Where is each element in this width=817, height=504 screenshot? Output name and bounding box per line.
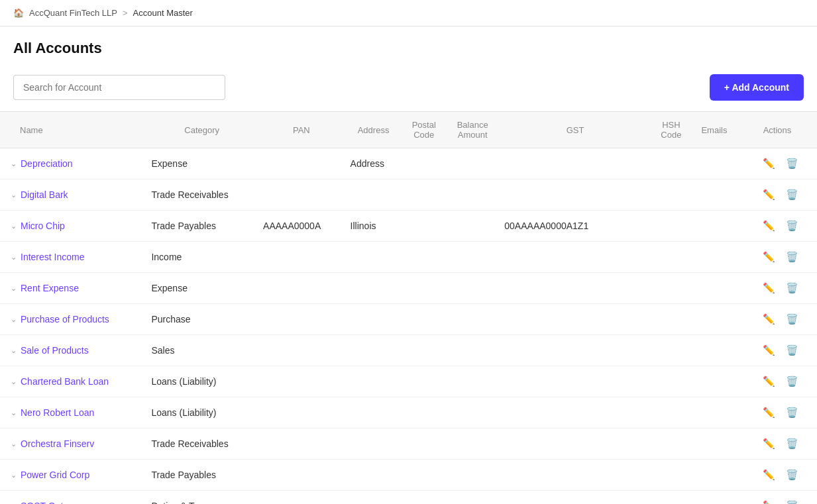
row-gst-5 <box>499 304 651 335</box>
breadcrumb-home[interactable]: AccQuant FinTech LLP <box>29 8 117 18</box>
account-name-link-0[interactable]: Depreciation <box>21 158 73 169</box>
table-row: ⌄ Purchase of Products Purchase ✏️ 🗑️ <box>0 304 817 335</box>
search-input[interactable] <box>13 75 225 100</box>
row-emails-8 <box>691 397 737 428</box>
col-header-gst: GST <box>499 112 651 148</box>
delete-button-8[interactable]: 🗑️ <box>783 405 801 420</box>
edit-button-5[interactable]: ✏️ <box>760 312 778 327</box>
table-row: ⌄ Power Grid Corp Trade Payables ✏️ 🗑️ <box>0 460 817 491</box>
breadcrumb-current: Account Master <box>133 8 193 18</box>
account-name-link-11[interactable]: SGST Out <box>21 501 63 504</box>
account-name-link-6[interactable]: Sale of Products <box>21 345 89 356</box>
edit-button-9[interactable]: ✏️ <box>760 436 778 451</box>
row-chevron-10[interactable]: ⌄ <box>11 471 17 479</box>
add-account-button[interactable]: + Add Account <box>710 74 804 101</box>
row-address-8 <box>345 397 402 428</box>
account-name-link-3[interactable]: Interest Income <box>21 252 85 262</box>
row-balance-amount-0 <box>446 148 499 179</box>
edit-button-10[interactable]: ✏️ <box>760 468 778 482</box>
row-address-6 <box>345 335 402 366</box>
edit-button-7[interactable]: ✏️ <box>760 374 778 389</box>
toolbar: + Add Account <box>0 74 817 111</box>
account-name-link-10[interactable]: Power Grid Corp <box>21 470 89 480</box>
row-pan-2: AAAAA0000A <box>258 211 345 242</box>
row-balance-amount-7 <box>446 366 499 397</box>
row-address-10 <box>345 460 402 491</box>
row-category-11: Duties & Taxes <box>146 491 258 505</box>
delete-button-9[interactable]: 🗑️ <box>783 436 801 451</box>
edit-button-1[interactable]: ✏️ <box>760 187 778 202</box>
account-name-link-9[interactable]: Orchestra Finserv <box>21 438 94 449</box>
edit-button-0[interactable]: ✏️ <box>760 156 778 171</box>
delete-button-3[interactable]: 🗑️ <box>783 250 801 264</box>
row-chevron-2[interactable]: ⌄ <box>11 222 17 230</box>
account-name-link-2[interactable]: Micro Chip <box>21 221 65 231</box>
row-pan-11 <box>258 491 345 505</box>
delete-button-2[interactable]: 🗑️ <box>783 219 801 233</box>
account-name-link-4[interactable]: Rent Expense <box>21 283 79 293</box>
row-postal-code-1 <box>402 179 446 211</box>
row-pan-6 <box>258 335 345 366</box>
row-balance-amount-5 <box>446 304 499 335</box>
row-emails-5 <box>691 304 737 335</box>
account-name-link-5[interactable]: Purchase of Products <box>21 314 109 325</box>
delete-button-5[interactable]: 🗑️ <box>783 312 801 327</box>
edit-button-2[interactable]: ✏️ <box>760 219 778 233</box>
row-chevron-0[interactable]: ⌄ <box>11 160 17 168</box>
row-pan-3 <box>258 242 345 273</box>
table-row: ⌄ SGST Out Duties & Taxes ✏️ 🗑️ <box>0 491 817 505</box>
row-chevron-7[interactable]: ⌄ <box>11 378 17 386</box>
row-gst-8 <box>499 397 651 428</box>
row-gst-11 <box>499 491 651 505</box>
delete-button-10[interactable]: 🗑️ <box>783 468 801 482</box>
row-chevron-9[interactable]: ⌄ <box>11 440 17 448</box>
row-gst-0 <box>499 148 651 179</box>
row-chevron-5[interactable]: ⌄ <box>11 315 17 324</box>
account-name-link-1[interactable]: Digital Bark <box>21 189 68 200</box>
edit-button-3[interactable]: ✏️ <box>760 250 778 264</box>
row-pan-8 <box>258 397 345 428</box>
row-hsh-code-7 <box>651 366 691 397</box>
row-pan-0 <box>258 148 345 179</box>
col-header-name: Name <box>0 112 146 148</box>
row-chevron-1[interactable]: ⌄ <box>11 191 17 199</box>
row-category-6: Sales <box>146 335 258 366</box>
row-hsh-code-10 <box>651 460 691 491</box>
delete-button-11[interactable]: 🗑️ <box>783 499 801 504</box>
row-chevron-11[interactable]: ⌄ <box>11 502 17 505</box>
row-gst-7 <box>499 366 651 397</box>
delete-button-0[interactable]: 🗑️ <box>783 156 801 171</box>
delete-button-7[interactable]: 🗑️ <box>783 374 801 389</box>
col-header-emails: Emails <box>691 112 737 148</box>
account-name-link-8[interactable]: Nero Robert Loan <box>21 407 94 418</box>
row-address-0: Address <box>345 148 402 179</box>
row-hsh-code-0 <box>651 148 691 179</box>
col-header-hsh-code: HSHCode <box>651 112 691 148</box>
row-emails-11 <box>691 491 737 505</box>
row-chevron-6[interactable]: ⌄ <box>11 346 17 355</box>
table-row: ⌄ Orchestra Finserv Trade Receivables ✏️… <box>0 428 817 460</box>
table-body: ⌄ Depreciation Expense Address ✏️ 🗑️ ⌄ D… <box>0 148 817 505</box>
edit-button-11[interactable]: ✏️ <box>760 499 778 504</box>
edit-button-6[interactable]: ✏️ <box>760 343 778 358</box>
row-postal-code-8 <box>402 397 446 428</box>
account-name-link-7[interactable]: Chartered Bank Loan <box>21 376 109 387</box>
row-address-7 <box>345 366 402 397</box>
row-address-9 <box>345 428 402 460</box>
row-category-5: Purchase <box>146 304 258 335</box>
table-row: ⌄ Depreciation Expense Address ✏️ 🗑️ <box>0 148 817 179</box>
row-chevron-8[interactable]: ⌄ <box>11 409 17 417</box>
col-header-address: Address <box>345 112 402 148</box>
row-address-2: Illinois <box>345 211 402 242</box>
row-chevron-3[interactable]: ⌄ <box>11 253 17 262</box>
delete-button-6[interactable]: 🗑️ <box>783 343 801 358</box>
edit-button-8[interactable]: ✏️ <box>760 405 778 420</box>
row-chevron-4[interactable]: ⌄ <box>11 284 17 293</box>
table-row: ⌄ Rent Expense Expense ✏️ 🗑️ <box>0 273 817 304</box>
edit-button-4[interactable]: ✏️ <box>760 281 778 295</box>
delete-button-4[interactable]: 🗑️ <box>783 281 801 295</box>
delete-button-1[interactable]: 🗑️ <box>783 187 801 202</box>
row-category-3: Income <box>146 242 258 273</box>
row-postal-code-2 <box>402 211 446 242</box>
row-balance-amount-10 <box>446 460 499 491</box>
